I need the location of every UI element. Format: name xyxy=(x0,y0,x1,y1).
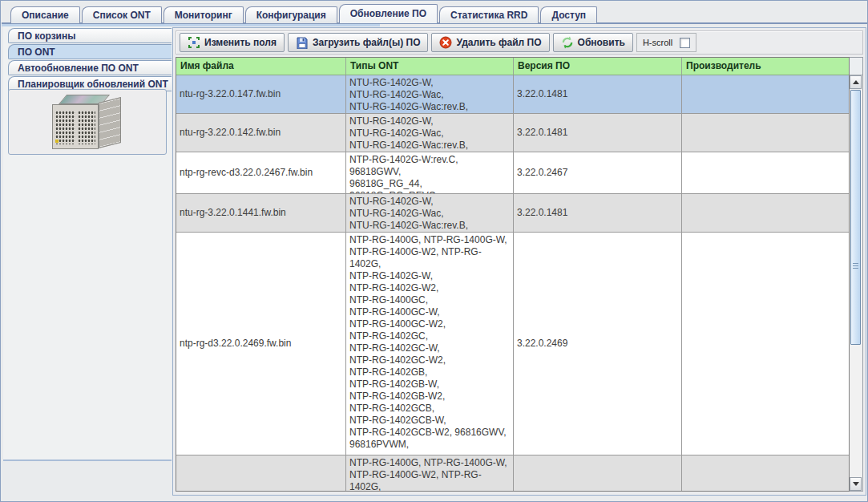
scrollbar-thumb[interactable] xyxy=(850,90,861,345)
vendor-cell xyxy=(682,455,849,492)
version-cell: 3.22.0.2469 xyxy=(514,233,682,455)
tab-underline-highlight xyxy=(2,24,380,26)
vendor-cell xyxy=(682,233,849,455)
edit-fields-icon xyxy=(188,36,200,49)
refresh-label: Обновить xyxy=(578,37,625,48)
file-name-cell xyxy=(176,455,346,492)
content-panel: Изменить поля Загрузить файл(ы) ПО Удали… xyxy=(172,27,866,496)
table-row[interactable]: ntp-rg-revc-d3.22.0.2467.fw.binNTP-RG-14… xyxy=(176,152,849,194)
ont-types-cell: NTP-RG-1400G, NTP-RG-1400G-W, NTP-RG-140… xyxy=(346,233,514,455)
edit-fields-label: Изменить поля xyxy=(204,37,277,48)
file-name-cell: ntp-rg-d3.22.0.2469.fw.bin xyxy=(176,233,346,455)
delete-firmware-button[interactable]: Удалить файл ПО xyxy=(431,33,549,52)
ont-types-cell: NTU-RG-1402G-W, NTU-RG-1402G-Wac, NTU-RG… xyxy=(346,75,514,113)
chassis-front-face xyxy=(52,104,99,149)
tab-rrd-statistics[interactable]: Статистика RRD xyxy=(439,6,539,23)
upload-firmware-label: Загрузить файл(ы) ПО xyxy=(313,37,421,48)
arrow-down-icon xyxy=(853,482,859,486)
table-header: Имя файла Типы ONT Версия ПО Производите… xyxy=(176,58,849,75)
sidebar-item-shelf-firmware[interactable]: ПО корзины xyxy=(8,28,172,43)
tab-ont-list[interactable]: Список ONT xyxy=(82,6,162,23)
chassis-side-face xyxy=(99,97,121,148)
arrow-up-icon xyxy=(853,80,859,84)
tab-access[interactable]: Доступ xyxy=(540,6,597,23)
tab-configuration[interactable]: Конфигурация xyxy=(245,6,337,23)
file-name-cell: ntp-rg-revc-d3.22.0.2467.fw.bin xyxy=(176,152,346,193)
vendor-cell xyxy=(682,152,849,193)
sidebar-item-ont-firmware[interactable]: ПО ONT xyxy=(8,44,172,59)
refresh-icon xyxy=(561,36,574,49)
version-cell: 3.22.0.1481 xyxy=(514,75,682,113)
column-header-ont-types[interactable]: Типы ONT xyxy=(346,58,514,75)
sidebar-item-ont-auto-update[interactable]: Автообновление ПО ONT xyxy=(8,60,172,75)
sidebar: ПО корзины ПО ONT Автообновление ПО ONT … xyxy=(3,26,172,461)
scroll-up-button[interactable] xyxy=(850,75,862,89)
refresh-button[interactable]: Обновить xyxy=(553,33,633,52)
ont-types-cell: NTU-RG-1402G-W, NTU-RG-1402G-Wac, NTU-RG… xyxy=(346,114,514,152)
ont-types-cell: NTP-RG-1402G-W:rev.C, 96818GWV, 96818G_R… xyxy=(346,152,514,193)
table-row[interactable]: NTP-RG-1400G, NTP-RG-1400G-W, NTP-RG-140… xyxy=(176,455,849,492)
h-scroll-checkbox[interactable] xyxy=(680,38,690,48)
table-row[interactable]: ntu-rg-3.22.0.147.fw.binNTU-RG-1402G-W, … xyxy=(176,75,849,114)
save-icon xyxy=(296,36,309,49)
tab-description[interactable]: Описание xyxy=(10,6,80,23)
firmware-table-body: ntu-rg-3.22.0.147.fw.binNTU-RG-1402G-W, … xyxy=(176,75,849,492)
scrollbar-header-corner xyxy=(850,58,862,75)
app-window: Описание Список ONT Мониторинг Конфигура… xyxy=(0,0,868,502)
file-name-cell: ntu-rg-3.22.0.147.fw.bin xyxy=(176,75,346,113)
file-name-cell: ntu-rg-3.22.0.142.fw.bin xyxy=(176,114,346,152)
edit-fields-button[interactable]: Изменить поля xyxy=(180,33,285,52)
table-row[interactable]: ntu-rg-3.22.0.1441.fw.binNTU-RG-1402G-W,… xyxy=(176,194,849,233)
table-row[interactable]: ntu-rg-3.22.0.142.fw.binNTU-RG-1402G-W, … xyxy=(176,114,849,152)
scroll-down-button[interactable] xyxy=(850,477,862,491)
table-row[interactable]: ntp-rg-d3.22.0.2469.fw.binNTP-RG-1400G, … xyxy=(176,233,849,455)
delete-firmware-label: Удалить файл ПО xyxy=(456,37,541,48)
chassis-photo xyxy=(47,92,127,152)
ont-types-cell: NTU-RG-1402G-W, NTU-RG-1402G-Wac, NTU-RG… xyxy=(346,194,514,232)
firmware-table-main: Имя файла Типы ONT Версия ПО Производите… xyxy=(176,57,850,492)
vendor-cell xyxy=(682,114,849,152)
toolbar: Изменить поля Загрузить файл(ы) ПО Удали… xyxy=(176,30,863,55)
version-cell xyxy=(514,455,682,492)
h-scroll-panel: H-scroll xyxy=(636,33,696,52)
column-header-file-name[interactable]: Имя файла xyxy=(176,58,346,75)
version-cell: 3.22.0.1481 xyxy=(514,114,682,152)
vendor-cell xyxy=(682,194,849,232)
file-name-cell: ntu-rg-3.22.0.1441.fw.bin xyxy=(176,194,346,232)
version-cell: 3.22.0.1481 xyxy=(514,194,682,232)
ont-types-cell: NTP-RG-1400G, NTP-RG-1400G-W, NTP-RG-140… xyxy=(346,455,514,492)
vertical-scrollbar[interactable] xyxy=(850,57,863,492)
tab-firmware-update[interactable]: Обновление ПО xyxy=(339,4,438,23)
device-image-panel xyxy=(8,89,167,155)
upload-firmware-button[interactable]: Загрузить файл(ы) ПО xyxy=(288,33,429,52)
version-cell: 3.22.0.2467 xyxy=(514,152,682,193)
firmware-table: Имя файла Типы ONT Версия ПО Производите… xyxy=(176,57,863,492)
column-header-version[interactable]: Версия ПО xyxy=(514,58,682,75)
vendor-cell xyxy=(682,75,849,113)
h-scroll-label: H-scroll xyxy=(643,38,672,47)
tab-monitoring[interactable]: Мониторинг xyxy=(164,6,244,23)
column-header-vendor[interactable]: Производитель xyxy=(682,58,849,75)
main-tabs: Описание Список ONT Мониторинг Конфигура… xyxy=(10,4,597,23)
delete-icon xyxy=(439,36,452,49)
